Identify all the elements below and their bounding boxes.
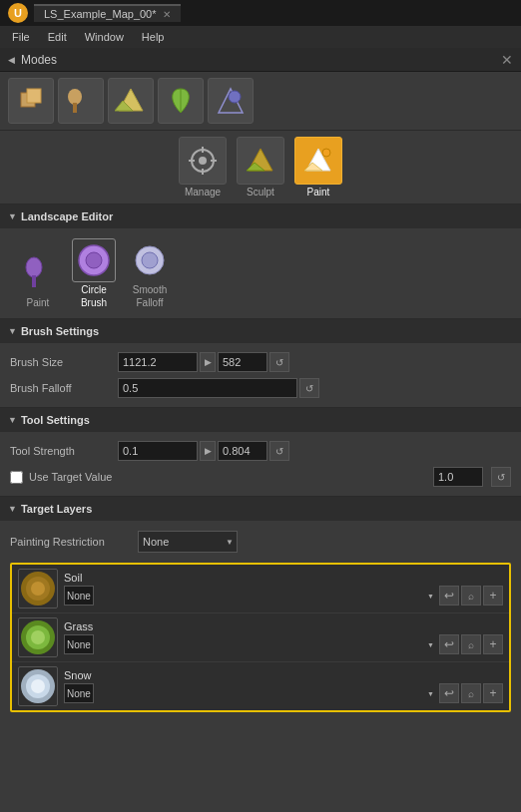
tool-settings-header[interactable]: ▼ Tool Settings <box>0 408 521 432</box>
layer-select-wrap-soil: None <box>64 586 437 606</box>
layer-search-btn-soil[interactable]: ⌕ <box>461 586 481 606</box>
tool-settings-body: Tool Strength ▶ ↺ Use Target Value ↺ <box>0 432 521 496</box>
layer-list: Soil None ↩ ⌕ + <box>10 563 511 712</box>
modes-panel-header: ◀ Modes ✕ <box>0 48 521 72</box>
landscape-sculpt-btn[interactable]: Sculpt <box>237 137 284 198</box>
brush-circle-btn[interactable]: Circle Brush <box>72 238 116 308</box>
tool-strength-input[interactable] <box>118 441 198 461</box>
panel-close-btn[interactable]: ✕ <box>501 52 513 68</box>
mode-mesh-paint-btn[interactable] <box>208 78 254 124</box>
landscape-editor-body: Paint Circle Brush <box>0 228 521 318</box>
svg-point-25 <box>142 252 158 268</box>
landscape-editor-header[interactable]: ▼ Landscape Editor <box>0 204 521 228</box>
tab-title: LS_Example_Map_00* <box>44 8 157 20</box>
mesh-paint-mode-icon <box>215 85 247 117</box>
mode-landscape-btn[interactable] <box>108 78 154 124</box>
paint-label: Paint <box>307 187 330 198</box>
brush-paint-btn[interactable]: Paint <box>16 251 60 308</box>
brush-smooth-btn[interactable]: Smooth Falloff <box>128 238 172 308</box>
tool-strength-arr-btn[interactable]: ▶ <box>200 441 216 461</box>
mode-placement-btn[interactable] <box>8 78 54 124</box>
brush-settings-header[interactable]: ▼ Brush Settings <box>0 319 521 343</box>
use-target-value-checkbox[interactable] <box>10 471 23 484</box>
landscape-manage-btn[interactable]: Manage <box>179 137 227 198</box>
painting-restriction-select-wrap: None Any WeightBlended <box>138 531 238 553</box>
brush-falloff-input[interactable] <box>118 378 297 398</box>
brush-falloff-reset-btn[interactable]: ↺ <box>299 378 319 398</box>
layer-arrow-btn-grass[interactable]: ↩ <box>439 634 459 654</box>
soil-thumb-svg <box>19 570 57 608</box>
svg-point-28 <box>31 582 45 596</box>
layer-thumb-soil <box>18 569 58 609</box>
painting-restriction-select[interactable]: None Any WeightBlended <box>138 531 238 553</box>
layer-search-btn-grass[interactable]: ⌕ <box>461 634 481 654</box>
tool-strength-input-wrap: ▶ ↺ <box>118 441 511 461</box>
menu-window[interactable]: Window <box>77 29 132 45</box>
target-layers-title: Target Layers <box>21 503 92 515</box>
tool-strength-label: Tool Strength <box>10 445 110 457</box>
brush-paint-label: Paint <box>27 297 50 308</box>
layer-item-grass: Grass None ↩ ⌕ + <box>12 613 509 662</box>
brush-falloff-input-wrap: ↺ <box>118 378 511 398</box>
brush-size-input-wrap: ▶ ↺ <box>118 352 511 372</box>
target-layers-arrow: ▼ <box>8 504 17 514</box>
svg-point-19 <box>322 149 330 157</box>
brush-circle-icon <box>72 238 116 282</box>
landscape-paint-btn[interactable]: Paint <box>294 137 342 198</box>
brush-circle-sublabel: Brush <box>81 297 107 308</box>
brush-size-reset-btn[interactable]: ↺ <box>269 352 289 372</box>
brush-size-input[interactable] <box>118 352 198 372</box>
layer-add-btn-grass[interactable]: + <box>483 634 503 654</box>
paint-brush-svg <box>20 255 56 291</box>
layer-item-soil: Soil None ↩ ⌕ + <box>12 565 509 613</box>
layer-add-btn-soil[interactable]: + <box>483 586 503 606</box>
mode-paint-btn[interactable] <box>58 78 104 124</box>
panel-collapse-icon[interactable]: ◀ <box>8 55 15 65</box>
layer-name-snow: Snow <box>64 669 503 681</box>
landscape-editor-arrow: ▼ <box>8 211 17 221</box>
brush-size-label: Brush Size <box>10 356 110 368</box>
tool-strength-input2[interactable] <box>218 441 267 461</box>
grass-thumb-svg <box>19 618 57 656</box>
smooth-brush-svg <box>132 242 168 278</box>
menu-file[interactable]: File <box>4 29 38 45</box>
layer-info-soil: Soil None ↩ ⌕ + <box>64 572 503 606</box>
sculpt-icon <box>245 145 276 177</box>
landscape-tool-row: Manage Sculpt Paint <box>0 131 521 203</box>
snow-thumb-svg <box>19 667 57 705</box>
landscape-mode-icon <box>115 85 147 117</box>
svg-rect-21 <box>32 275 36 287</box>
svg-point-31 <box>31 630 45 644</box>
target-value-input[interactable] <box>433 467 483 487</box>
layer-select-wrap-grass: None <box>64 634 437 654</box>
target-value-reset-btn[interactable]: ↺ <box>491 467 511 487</box>
tool-settings-title: Tool Settings <box>21 414 90 426</box>
layer-search-btn-snow[interactable]: ⌕ <box>461 683 481 703</box>
use-target-value-label: Use Target Value <box>29 471 112 483</box>
brush-smooth-label: Smooth <box>133 284 167 295</box>
circle-brush-svg <box>74 240 114 280</box>
tool-strength-reset-btn[interactable]: ↺ <box>269 441 289 461</box>
menu-edit[interactable]: Edit <box>40 29 75 45</box>
painting-restriction-label: Painting Restriction <box>10 536 130 548</box>
brush-size-arr-btn[interactable]: ▶ <box>200 352 216 372</box>
layer-select-grass[interactable]: None <box>64 634 94 654</box>
layer-info-grass: Grass None ↩ ⌕ + <box>64 620 503 654</box>
brush-size-input2[interactable] <box>218 352 267 372</box>
layer-select-soil[interactable]: None <box>64 586 94 606</box>
layer-arrow-btn-soil[interactable]: ↩ <box>439 586 459 606</box>
menu-help[interactable]: Help <box>134 29 173 45</box>
mode-foliage-btn[interactable] <box>158 78 204 124</box>
layer-select-snow[interactable]: None <box>64 683 94 703</box>
layer-arrow-btn-snow[interactable]: ↩ <box>439 683 459 703</box>
manage-icon <box>187 145 219 177</box>
brush-falloff-label: Brush Falloff <box>10 382 110 394</box>
tab-close-btn[interactable]: ✕ <box>163 9 171 20</box>
target-layers-header[interactable]: ▼ Target Layers <box>0 497 521 521</box>
mode-icons-row <box>0 72 521 131</box>
layer-select-wrap-snow: None <box>64 683 437 703</box>
layer-add-btn-snow[interactable]: + <box>483 683 503 703</box>
use-target-value-row: Use Target Value ↺ <box>0 464 521 490</box>
brush-settings-section: ▼ Brush Settings Brush Size ▶ ↺ Brush Fa… <box>0 318 521 407</box>
title-tab[interactable]: LS_Example_Map_00* ✕ <box>34 4 181 22</box>
